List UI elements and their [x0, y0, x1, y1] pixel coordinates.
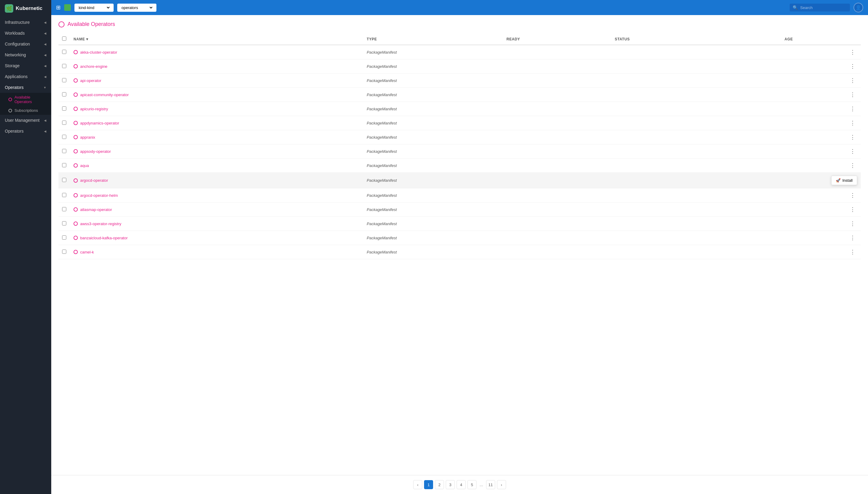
row-checkbox-cell [58, 217, 70, 231]
search-input[interactable] [800, 5, 845, 10]
row-status-cell [611, 59, 781, 74]
row-checkbox[interactable] [62, 193, 66, 197]
sidebar-item-user-management[interactable]: User Management ◀ [0, 115, 51, 126]
table-row: apicast-community-operator PackageManife… [58, 88, 861, 102]
kebab-menu-button[interactable]: ⋮ [848, 91, 857, 98]
row-checkbox-cell [58, 88, 70, 102]
pagination-page-2[interactable]: 2 [435, 480, 444, 489]
search-box[interactable]: 🔍 [790, 4, 850, 12]
sidebar-item-available-operators[interactable]: Available Operators [0, 93, 51, 106]
kebab-menu-button[interactable]: ⋮ [848, 105, 857, 113]
row-type-cell: PackageManifest [363, 158, 503, 173]
operator-name-link[interactable]: api-operator [74, 78, 360, 83]
operator-name-link[interactable]: apicurio-registry [74, 107, 360, 111]
grid-icon[interactable]: ⊞ [56, 4, 61, 11]
operator-status-icon [74, 163, 78, 168]
row-ready-cell [503, 130, 611, 145]
pagination-prev[interactable]: ‹ [413, 480, 422, 489]
row-checkbox[interactable] [62, 235, 66, 240]
sidebar-item-subscriptions[interactable]: Subscriptions [0, 106, 51, 115]
row-checkbox[interactable] [62, 107, 66, 111]
cluster-select[interactable]: kind-kind [74, 4, 114, 12]
row-age-cell [781, 158, 828, 173]
sidebar-item-applications[interactable]: Applications ◀ [0, 71, 51, 82]
row-checkbox[interactable] [62, 135, 66, 139]
row-type-cell: PackageManifest [363, 116, 503, 130]
row-checkbox[interactable] [62, 221, 66, 225]
row-status-cell [611, 45, 781, 59]
sidebar-item-workloads[interactable]: Workloads ◀ [0, 28, 51, 39]
row-checkbox[interactable] [62, 64, 66, 68]
row-checkbox[interactable] [62, 207, 66, 211]
row-checkbox[interactable] [62, 149, 66, 153]
sidebar-item-networking[interactable]: Networking ◀ [0, 50, 51, 60]
cluster-dropdown[interactable]: kind-kind [77, 5, 111, 10]
pagination-page-3[interactable]: 3 [446, 480, 455, 489]
select-all-checkbox[interactable] [62, 36, 66, 41]
operator-name-link[interactable]: awss3-operator-registry [74, 222, 360, 226]
sidebar-item-configuration[interactable]: Configuration ◀ [0, 39, 51, 50]
kebab-menu-button[interactable]: ⋮ [848, 48, 857, 56]
row-type-cell: PackageManifest [363, 102, 503, 116]
rocket-icon: 🚀 [836, 178, 841, 183]
table-row: argocd-operator-helm PackageManifest ⋮ [58, 188, 861, 203]
operator-name-link[interactable]: akka-cluster-operator [74, 50, 360, 55]
pagination-page-1[interactable]: 1 [424, 480, 433, 489]
pagination-page-4[interactable]: 4 [457, 480, 466, 489]
operator-name-link[interactable]: banzaicloud-kafka-operator [74, 236, 360, 240]
kebab-menu-button[interactable]: ⋮ [848, 220, 857, 228]
sidebar-item-operators[interactable]: Operators ▼ [0, 82, 51, 93]
row-ready-cell [503, 231, 611, 245]
kebab-menu-button[interactable]: ⋮ [848, 162, 857, 169]
kebab-menu-button[interactable]: ⋮ [848, 191, 857, 199]
operator-name-link[interactable]: anchore-engine [74, 64, 360, 69]
sidebar-item-operators2[interactable]: Operators ◀ [0, 126, 51, 136]
operator-name-link[interactable]: argocd-operator [74, 178, 360, 183]
pagination-next[interactable]: › [497, 480, 506, 489]
row-actions-cell: ⋮ [828, 145, 861, 158]
row-actions-cell: ⋮ [828, 231, 861, 245]
kebab-menu-button[interactable]: ⋮ [848, 133, 857, 141]
install-button[interactable]: 🚀 Install [831, 176, 857, 185]
row-checkbox[interactable] [62, 163, 66, 167]
row-name-cell: banzaicloud-kafka-operator [70, 231, 363, 245]
kebab-menu-button[interactable]: ⋮ [848, 234, 857, 242]
operator-name-link[interactable]: aqua [74, 163, 360, 168]
row-age-cell [781, 59, 828, 74]
operator-name-link[interactable]: argocd-operator-helm [74, 193, 360, 198]
row-checkbox[interactable] [62, 120, 66, 125]
operator-name-link[interactable]: appdynamics-operator [74, 121, 360, 126]
kebab-menu-button[interactable]: ⋮ [848, 77, 857, 84]
page-title: Available Operators [67, 21, 115, 27]
namespace-select[interactable]: operators [117, 4, 156, 12]
namespace-dropdown[interactable]: operators [120, 5, 153, 10]
kebab-menu-button[interactable]: ⋮ [848, 206, 857, 213]
sidebar-item-infrastructure[interactable]: Infrastructure ◀ [0, 17, 51, 28]
operator-name-link[interactable]: appsody-operator [74, 149, 360, 154]
operator-name-link[interactable]: camel-k [74, 250, 360, 254]
kebab-menu-button[interactable]: ⋮ [848, 119, 857, 127]
table-row: apicurio-registry PackageManifest ⋮ [58, 102, 861, 116]
row-checkbox[interactable] [62, 50, 66, 54]
kebab-menu-button[interactable]: ⋮ [848, 62, 857, 70]
pagination-page-11[interactable]: 11 [486, 480, 495, 489]
row-checkbox[interactable] [62, 178, 66, 182]
operator-name-link[interactable]: apicast-community-operator [74, 93, 360, 97]
user-avatar[interactable]: 👤 [853, 3, 863, 12]
sidebar-item-storage[interactable]: Storage ◀ [0, 60, 51, 71]
th-name[interactable]: NAME ▾ [70, 34, 363, 45]
pagination-page-5[interactable]: 5 [467, 480, 477, 489]
kebab-menu-button[interactable]: ⋮ [848, 147, 857, 155]
row-checkbox-cell [58, 102, 70, 116]
topbar: ⊞ kind-kind operators 🔍 👤 [51, 0, 868, 15]
row-checkbox[interactable] [62, 250, 66, 254]
operator-status-icon [74, 64, 78, 69]
kebab-menu-button[interactable]: ⋮ [848, 248, 857, 256]
row-checkbox-cell [58, 203, 70, 217]
row-checkbox[interactable] [62, 92, 66, 96]
operator-name-link[interactable]: atlasmap-operator [74, 207, 360, 212]
row-checkbox-cell [58, 188, 70, 203]
table-row: akka-cluster-operator PackageManifest ⋮ [58, 45, 861, 59]
operator-name-link[interactable]: appranix [74, 135, 360, 139]
row-checkbox[interactable] [62, 78, 66, 82]
